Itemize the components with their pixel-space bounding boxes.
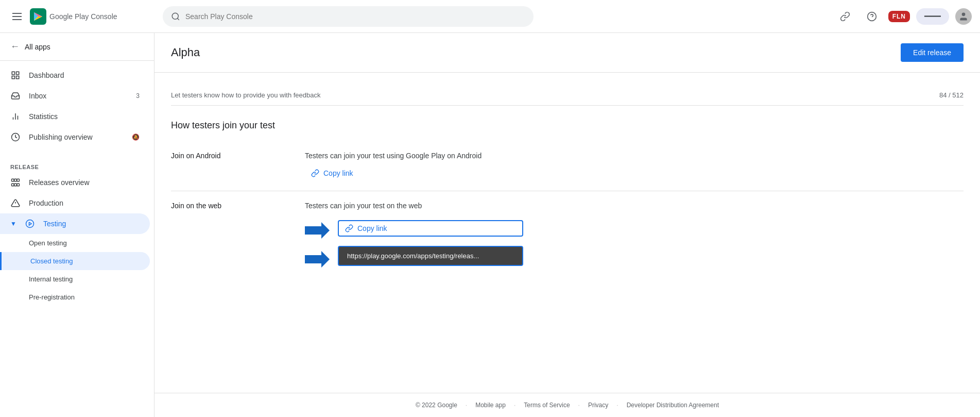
sidebar-item-internal-testing[interactable]: Internal testing xyxy=(0,270,150,288)
svg-rect-15 xyxy=(14,179,17,181)
svg-point-5 xyxy=(962,12,966,16)
info-row-text: Let testers know how to provide you with… xyxy=(171,91,321,99)
releases-overview-icon xyxy=(10,177,21,188)
sidebar-item-statistics-label: Statistics xyxy=(29,112,58,121)
join-android-description: Testers can join your test using Google … xyxy=(305,152,482,160)
svg-rect-9 xyxy=(12,76,14,79)
svg-rect-7 xyxy=(16,72,19,74)
sidebar-item-pre-registration[interactable]: Pre-registration xyxy=(0,288,150,306)
svg-rect-16 xyxy=(17,179,20,181)
footer-dot-1: · xyxy=(466,402,467,409)
sidebar-item-inbox[interactable]: Inbox 3 xyxy=(0,86,150,106)
content-header: Alpha Edit release xyxy=(154,33,980,73)
all-apps-button[interactable]: ← All apps xyxy=(0,33,154,61)
footer-copyright: © 2022 Google xyxy=(416,402,457,409)
how-testers-join-title: How testers join your test xyxy=(171,120,964,131)
sidebar-item-publishing-overview[interactable]: Publishing overview 🔕 xyxy=(0,127,150,147)
search-bar[interactable] xyxy=(163,6,534,27)
web-boxes-container: Copy link https://play.google.com/apps/t… xyxy=(338,220,523,266)
footer-link-privacy[interactable]: Privacy xyxy=(588,402,608,409)
statistics-icon xyxy=(10,111,21,122)
footer-dot-2: · xyxy=(514,402,515,409)
link-icon-btn[interactable] xyxy=(835,6,855,27)
inbox-badge: 3 xyxy=(136,92,140,99)
production-icon xyxy=(10,198,21,208)
sidebar-item-closed-testing[interactable]: Closed testing xyxy=(0,252,150,270)
app-badge: FLN xyxy=(888,11,910,22)
topbar-right: FLN ━━━━ xyxy=(835,6,972,27)
join-web-content: Testers can join your test on the web xyxy=(305,202,523,268)
sidebar-item-statistics[interactable]: Statistics xyxy=(0,106,150,127)
arrow-group xyxy=(305,222,330,268)
join-web-label: Join on the web xyxy=(171,202,284,210)
testing-expand-arrow: ▼ xyxy=(10,220,16,227)
main-layout: ← All apps Dashboard xyxy=(0,33,980,417)
search-input[interactable] xyxy=(185,12,525,21)
search-icon xyxy=(171,12,180,21)
copy-link-web-button[interactable]: Copy link xyxy=(338,220,523,237)
footer-link-mobile-app[interactable]: Mobile app xyxy=(475,402,506,409)
sidebar-item-dashboard[interactable]: Dashboard xyxy=(0,65,150,86)
svg-point-22 xyxy=(26,220,33,228)
release-section: Release Releases overview xyxy=(0,152,154,310)
footer: © 2022 Google · Mobile app · Terms of Se… xyxy=(154,393,980,417)
sidebar-item-inbox-label: Inbox xyxy=(29,92,46,100)
main-nav-section: Dashboard Inbox 3 xyxy=(0,61,154,152)
svg-rect-19 xyxy=(17,184,20,186)
link-chain-icon xyxy=(311,169,319,177)
join-android-content: Testers can join your test using Google … xyxy=(305,152,482,180)
sidebar-item-production[interactable]: Production xyxy=(0,193,150,213)
sidebar-item-closed-testing-label: Closed testing xyxy=(30,257,73,265)
link-icon xyxy=(840,11,850,22)
sidebar-item-pre-registration-label: Pre-registration xyxy=(29,293,75,301)
dashboard-icon xyxy=(10,70,21,80)
sidebar-item-open-testing[interactable]: Open testing xyxy=(0,234,150,252)
menu-icon[interactable] xyxy=(8,9,26,24)
arrow-right-icon-2 xyxy=(305,251,330,268)
expand-search-btn[interactable]: ━━━━ xyxy=(916,8,949,25)
content-body: Let testers know how to provide you with… xyxy=(154,73,980,393)
release-section-label: Release xyxy=(0,156,154,172)
copy-link-web-label: Copy link xyxy=(357,224,387,232)
logo-area: Google Play Console xyxy=(30,8,117,25)
arrow-right-icon-1 xyxy=(305,222,330,239)
svg-line-2 xyxy=(177,18,179,20)
sidebar-item-open-testing-label: Open testing xyxy=(29,239,67,247)
info-row: Let testers know how to provide you with… xyxy=(171,85,964,106)
svg-rect-18 xyxy=(14,184,17,186)
back-arrow-icon: ← xyxy=(10,41,20,52)
join-web-description: Testers can join your test on the web xyxy=(305,202,523,210)
svg-marker-23 xyxy=(305,222,330,239)
svg-rect-17 xyxy=(12,184,14,186)
content-area: Alpha Edit release Let testers know how … xyxy=(154,33,980,417)
topbar-left: Google Play Console xyxy=(8,8,163,25)
svg-rect-14 xyxy=(12,179,14,181)
help-icon-btn[interactable] xyxy=(862,6,882,27)
sidebar-item-publishing-label: Publishing overview xyxy=(29,133,93,141)
join-web-row: Join on the web Testers can join your te… xyxy=(171,191,964,278)
join-android-label: Join on Android xyxy=(171,152,284,160)
info-row-count: 84 / 512 xyxy=(939,91,964,99)
footer-link-dda[interactable]: Developer Distribution Agreement xyxy=(627,402,719,409)
sidebar: ← All apps Dashboard xyxy=(0,33,154,417)
copy-link-android-button[interactable]: Copy link xyxy=(305,166,482,180)
svg-rect-6 xyxy=(12,72,14,74)
avatar[interactable] xyxy=(955,8,972,25)
all-apps-label: All apps xyxy=(25,43,50,51)
url-display-box: https://play.google.com/apps/testing/rel… xyxy=(338,246,523,266)
sidebar-item-releases-label: Releases overview xyxy=(29,178,90,187)
sidebar-item-testing[interactable]: ▼ Testing xyxy=(0,213,150,234)
link-chain-icon-web xyxy=(345,224,353,232)
sidebar-item-dashboard-label: Dashboard xyxy=(29,71,64,79)
avatar-icon xyxy=(958,11,969,22)
svg-marker-24 xyxy=(305,251,330,268)
sidebar-item-releases-overview[interactable]: Releases overview xyxy=(0,172,150,193)
web-copy-annotation: Copy link https://play.google.com/apps/t… xyxy=(305,220,523,268)
edit-release-button[interactable]: Edit release xyxy=(901,43,964,62)
svg-point-1 xyxy=(172,13,178,19)
url-text: https://play.google.com/apps/testing/rel… xyxy=(347,252,479,260)
footer-link-terms[interactable]: Terms of Service xyxy=(524,402,570,409)
page-title: Alpha xyxy=(171,46,200,59)
publishing-bell-icon: 🔕 xyxy=(132,134,140,141)
sidebar-item-testing-label: Testing xyxy=(43,220,66,228)
